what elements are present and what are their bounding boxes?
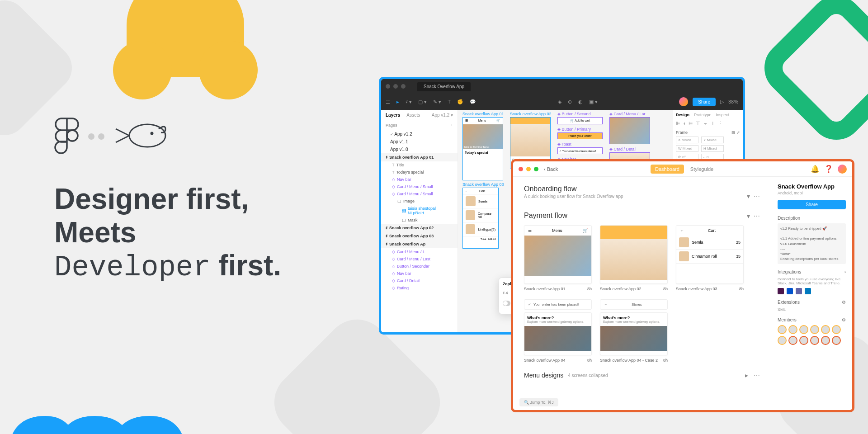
design-tab[interactable]: Design bbox=[676, 113, 689, 117]
layer-frame[interactable]: ♯ Snack overflow Ap bbox=[381, 240, 458, 248]
assets-tab[interactable]: Assets bbox=[406, 113, 420, 118]
decor-blue bbox=[9, 362, 190, 434]
inspect-tab[interactable]: Inspect bbox=[716, 113, 729, 117]
headline-1: Designer first, bbox=[54, 183, 281, 216]
reexport-toggle[interactable] bbox=[503, 301, 510, 306]
figma-file-tab[interactable]: Snack Overflow App bbox=[417, 82, 471, 91]
project-platform: Android, mdpi bbox=[778, 191, 846, 195]
screen-thumbnail[interactable]: ☰Menu🛒 Snack overflow App 018h bbox=[524, 225, 592, 291]
screen-thumbnail[interactable]: ✓ Your order has been placed! What's mor… bbox=[524, 299, 592, 363]
description-header: Description bbox=[778, 216, 846, 221]
share-button[interactable]: Share bbox=[693, 98, 716, 106]
comment-tool-icon[interactable]: 💬 bbox=[470, 99, 476, 105]
dashboard-tab[interactable]: Dashboard bbox=[651, 165, 684, 174]
flow-title: Payment flow bbox=[524, 212, 567, 220]
layers-tab[interactable]: Layers bbox=[386, 113, 400, 118]
traffic-lights[interactable] bbox=[386, 84, 406, 89]
shape-tool-icon[interactable]: ▢ ▾ bbox=[418, 99, 427, 105]
page-item[interactable]: App v1.0 bbox=[381, 146, 458, 153]
extensions-header: Extensions bbox=[778, 300, 800, 305]
layer-item[interactable]: ◇ Card / Menu / Small bbox=[381, 183, 458, 190]
comp-label[interactable]: ◈ Button / Primary bbox=[557, 127, 603, 132]
frame-label[interactable]: Snack overflow App 02 bbox=[510, 112, 552, 116]
frame-label[interactable]: Snack overflow App 01 bbox=[462, 112, 504, 116]
layer-item[interactable]: 🖼 taisia shestopal NLpRoIrt bbox=[381, 205, 458, 217]
menu-icon[interactable]: ☰ bbox=[386, 99, 390, 105]
members-list[interactable] bbox=[778, 325, 846, 345]
layer-frame[interactable]: ♯ Snack overflow App 03 bbox=[381, 232, 458, 240]
comp-label[interactable]: ◈ Card / Menu / Lar... bbox=[609, 112, 650, 116]
layer-item[interactable]: ◇ Card / Detail bbox=[381, 277, 458, 284]
union-icon[interactable]: ▣ ▾ bbox=[589, 99, 598, 105]
members-header: Members bbox=[778, 317, 797, 322]
more-icon[interactable]: ⋯ bbox=[754, 372, 760, 379]
flow-title: Onboarding flow bbox=[524, 185, 623, 193]
layer-item[interactable]: ◇ Nav bar bbox=[381, 270, 458, 277]
layer-item[interactable]: ◇ Nav bar bbox=[381, 176, 458, 183]
expand-icon[interactable]: › bbox=[844, 269, 846, 274]
jump-to-button[interactable]: 🔍 Jump To, ⌘J bbox=[519, 398, 558, 406]
dots-icon bbox=[88, 133, 104, 140]
zoom-level[interactable]: 38% bbox=[728, 99, 738, 104]
share-button[interactable]: Share bbox=[778, 200, 846, 209]
traffic-lights[interactable] bbox=[519, 167, 538, 171]
boolean-icon[interactable]: ◐ bbox=[578, 99, 583, 105]
layer-frame[interactable]: ♯ Snack overflow App 02 bbox=[381, 224, 458, 232]
comp-label[interactable]: ◈ Toast bbox=[557, 142, 603, 146]
layer-item[interactable]: T Today's special bbox=[381, 169, 458, 176]
zeplin-logo-icon bbox=[113, 120, 168, 153]
settings-icon[interactable]: ⚙ bbox=[842, 300, 846, 305]
decor-yellow bbox=[127, 0, 244, 77]
pen-tool-icon[interactable]: ✎ ▾ bbox=[433, 99, 441, 105]
page-item[interactable]: App v1.2 bbox=[381, 130, 458, 138]
layer-item[interactable]: T Title bbox=[381, 161, 458, 169]
collapsed-count: 4 screens collapsed bbox=[568, 373, 608, 378]
more-icon[interactable]: ⋯ bbox=[754, 193, 760, 200]
layer-item[interactable]: ◇ Card / Menu / Small bbox=[381, 190, 458, 198]
layer-item[interactable]: ▢ Image bbox=[381, 198, 458, 205]
help-icon[interactable]: ❓ bbox=[824, 165, 833, 173]
styleguide-tab[interactable]: Styleguide bbox=[686, 165, 718, 174]
component-icon[interactable]: ◈ bbox=[558, 99, 561, 105]
layer-item[interactable]: ▢ Mask bbox=[381, 217, 458, 224]
move-tool-icon[interactable]: ▸ bbox=[396, 99, 399, 105]
mask-icon[interactable]: ⊕ bbox=[568, 99, 572, 105]
comp-label[interactable]: ◈ Card / Detail bbox=[609, 147, 650, 151]
headline-3b: first. bbox=[218, 249, 281, 282]
comp-label[interactable]: ◈ Button / Second... bbox=[557, 112, 603, 116]
page-dropdown[interactable]: App v1.2 ▾ bbox=[432, 113, 453, 118]
user-avatar[interactable] bbox=[679, 97, 688, 106]
collapse-icon[interactable]: ▾ bbox=[747, 212, 750, 220]
back-button[interactable]: ‹ Back bbox=[544, 166, 558, 172]
layer-frame[interactable]: ♯ Snack overflow App 01 bbox=[381, 153, 458, 161]
add-page-icon[interactable]: + bbox=[451, 123, 453, 127]
decor-green bbox=[753, 0, 868, 151]
bell-icon[interactable]: 🔔 bbox=[811, 165, 820, 173]
user-avatar[interactable] bbox=[838, 165, 847, 174]
project-title: Snack Overflow App bbox=[778, 183, 846, 190]
collapse-icon[interactable]: ▾ bbox=[747, 193, 750, 200]
expand-icon[interactable]: ▸ bbox=[745, 372, 748, 379]
page-item[interactable]: App v1.1 bbox=[381, 138, 458, 146]
hero: Designer first, Meets Developer first. bbox=[54, 118, 281, 285]
svg-point-0 bbox=[67, 130, 78, 141]
section-title: Menu designs bbox=[524, 372, 563, 379]
frame-label[interactable]: Snack overflow App 03 bbox=[462, 182, 504, 187]
layer-item[interactable]: ◇ Rating bbox=[381, 284, 458, 292]
screen-thumbnail[interactable]: ←Cart Semla25 Cinnamon roll35 Snack over… bbox=[676, 225, 744, 291]
integrations-icons[interactable] bbox=[778, 288, 846, 294]
layer-item[interactable]: ◇ Card / Menu / L bbox=[381, 248, 458, 255]
screen-thumbnail[interactable]: Snack overflow App 028h bbox=[600, 225, 668, 291]
screen-thumbnail[interactable]: ← Stores What's more?Explore more weeken… bbox=[600, 299, 668, 363]
hand-tool-icon[interactable]: ✊ bbox=[457, 99, 463, 105]
svg-point-2 bbox=[151, 132, 153, 134]
settings-icon[interactable]: ⚙ bbox=[842, 317, 846, 322]
description-text: v1.2 Ready to be shipped 🚀 v1.1 Added on… bbox=[778, 223, 846, 264]
layer-item[interactable]: ◇ Card / Menu / Last bbox=[381, 255, 458, 263]
more-icon[interactable]: ⋯ bbox=[754, 212, 760, 220]
text-tool-icon[interactable]: T bbox=[448, 99, 451, 104]
layer-item[interactable]: ◇ Button / Secondar bbox=[381, 263, 458, 270]
prototype-tab[interactable]: Prototype bbox=[694, 113, 712, 117]
frame-tool-icon[interactable]: ♯ ▾ bbox=[406, 99, 412, 105]
present-icon[interactable]: ▷ bbox=[720, 99, 724, 105]
